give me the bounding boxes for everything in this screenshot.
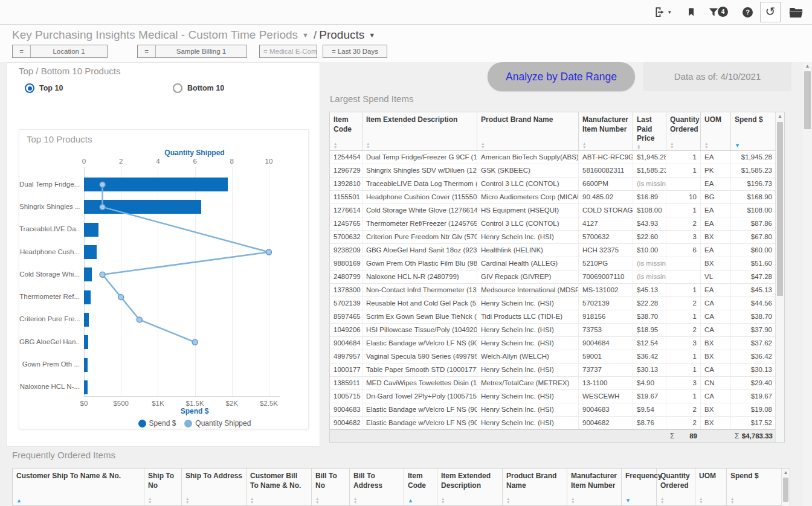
column-header-0[interactable]: Customer Ship To Name & No.▲ bbox=[13, 469, 144, 505]
sort-control-icon[interactable]: ▲▼ bbox=[704, 142, 727, 149]
column-header-9[interactable]: Manufacturer Item Number▲▼ bbox=[567, 469, 622, 505]
column-header-12[interactable]: UOM▲▼ bbox=[695, 469, 727, 505]
table-row[interactable]: 9004683Elastic Bandage w/Velcro LF NS (9… bbox=[330, 403, 784, 417]
column-header-2[interactable]: Product Brand Name▲▼ bbox=[477, 112, 579, 150]
legend-item[interactable]: Quantity Shipped bbox=[184, 419, 251, 428]
column-header-8[interactable]: Product Brand Name▲▼ bbox=[503, 469, 567, 505]
filter-chip-3[interactable]: = Medical E-Comm... bbox=[259, 45, 317, 58]
bookmark-icon[interactable] bbox=[686, 6, 696, 18]
column-header-7[interactable]: Spend $▼ bbox=[731, 112, 776, 150]
help-icon[interactable]: ? bbox=[743, 7, 753, 18]
spend-bar[interactable] bbox=[84, 313, 89, 327]
spend-bar[interactable] bbox=[84, 200, 201, 214]
table-row[interactable]: 8597465Scrim Ex Gown Sewn Blue TieNck (8… bbox=[330, 310, 784, 324]
filter-chip-2[interactable]: =Sample Billing 1 bbox=[137, 45, 247, 58]
table-row[interactable]: 1385911MED CaviWipes Towelettes Disin (1… bbox=[330, 377, 784, 390]
page-caret-icon[interactable]: ▼ bbox=[369, 31, 375, 39]
sort-control-icon[interactable]: ▲▼ bbox=[660, 497, 691, 504]
refresh-button[interactable]: ↺ bbox=[760, 2, 781, 22]
spend-bar[interactable] bbox=[84, 290, 91, 304]
sort-control-icon[interactable]: ▲▼ bbox=[441, 497, 498, 504]
table-row[interactable]: 1276614Cold Storage White Glove (1276614… bbox=[330, 204, 784, 217]
spend-bar[interactable] bbox=[84, 245, 97, 259]
analyze-by-date-range-button[interactable]: Analyze by Date Range bbox=[488, 62, 635, 91]
spend-bar[interactable] bbox=[84, 223, 98, 237]
sort-control-icon[interactable]: ▲▼ bbox=[185, 497, 242, 504]
spend-bar[interactable] bbox=[84, 335, 88, 349]
table-row[interactable]: 1005715Dri-Gard Towel 2Ply+Poly (1005715… bbox=[330, 390, 784, 403]
sort-control-icon[interactable]: ▲▼ bbox=[670, 142, 697, 149]
spend-bar[interactable] bbox=[84, 178, 228, 191]
sort-asc-icon[interactable]: ▲ bbox=[16, 498, 140, 504]
table-row[interactable]: 1378300Non-Contact Infrd Thermometer (13… bbox=[330, 284, 784, 297]
column-header-10[interactable]: Frequency▼ bbox=[622, 469, 657, 505]
table-scrollbar-thumb[interactable] bbox=[783, 478, 788, 502]
sort-control-icon[interactable]: ▲▼ bbox=[571, 497, 617, 504]
column-header-13[interactable]: Spend $▲▼ bbox=[727, 469, 782, 505]
scroll-up-icon[interactable]: ▲ bbox=[803, 63, 812, 69]
table-row[interactable]: 1254454Dual Temp Fridge/Freezer G 9CF (1… bbox=[330, 151, 784, 164]
table-row[interactable]: 5702139Reusable Hot and Cold Gel Pack (5… bbox=[330, 297, 784, 310]
sort-control-icon[interactable]: ▲▼ bbox=[353, 497, 400, 504]
column-header-6[interactable]: UOM▲▼ bbox=[701, 112, 731, 150]
table-scrollbar[interactable]: ▲ bbox=[781, 469, 790, 506]
table-row[interactable]: 9880169Gown Prem Oth Plastic Film Blu (9… bbox=[330, 257, 784, 271]
sort-asc-icon[interactable]: ▲ bbox=[408, 498, 433, 504]
sort-control-icon[interactable]: ▲▼ bbox=[730, 497, 778, 504]
filter-chip-4[interactable]: = Last 30 Days bbox=[323, 45, 387, 58]
table-row[interactable]: 1392810TraceableLIVE Data Log Thermom (1… bbox=[330, 178, 784, 191]
export-icon[interactable] bbox=[654, 5, 666, 19]
table-row[interactable]: 5700632Criterion Pure Freedom Ntr Glv (5… bbox=[330, 231, 784, 244]
column-header-7[interactable]: Item Extended Description▲▼ bbox=[437, 469, 503, 505]
table-row[interactable]: 1155501Headphone Cushion Cover (1155501)… bbox=[330, 191, 784, 204]
radio-top-10[interactable]: Top 10 bbox=[25, 83, 63, 93]
spend-bar[interactable] bbox=[84, 267, 92, 281]
column-header-1[interactable]: Ship To No▲▼ bbox=[144, 469, 182, 505]
sort-control-icon[interactable]: ▲▼ bbox=[366, 142, 473, 149]
column-header-3[interactable]: Manufacturer Item Number▲▼ bbox=[579, 112, 633, 150]
scroll-up-icon[interactable]: ▲ bbox=[782, 470, 790, 475]
report-title[interactable]: Key Purchasing Insights Medical - Custom… bbox=[12, 28, 298, 41]
scroll-up-icon[interactable]: ▲ bbox=[776, 114, 784, 119]
sort-control-icon[interactable]: ▲▼ bbox=[315, 497, 346, 504]
sort-control-icon[interactable]: ▲▼ bbox=[481, 142, 575, 149]
sort-control-icon[interactable]: ▲▼ bbox=[334, 142, 358, 149]
column-header-11[interactable]: Quantity Ordered▲▼ bbox=[657, 469, 695, 505]
sort-control-icon[interactable]: ▲▼ bbox=[637, 144, 662, 150]
report-caret-icon[interactable]: ▼ bbox=[302, 31, 309, 39]
column-header-5[interactable]: Quantity Ordered▲▼ bbox=[666, 112, 701, 150]
table-scrollbar[interactable]: ▲ bbox=[775, 112, 784, 442]
table-row[interactable]: 1049206HSI Pillowcase Tissue/Poly (10492… bbox=[330, 324, 784, 337]
folder-icon[interactable] bbox=[789, 7, 803, 18]
table-row[interactable]: 1245765Thermometer Ref/Freezer (1245765)… bbox=[330, 217, 784, 231]
sort-control-icon[interactable]: ▲▼ bbox=[250, 497, 308, 504]
legend-item[interactable]: Spend $ bbox=[138, 419, 176, 428]
export-caret-icon[interactable]: ▾ bbox=[668, 9, 671, 15]
spend-bar[interactable] bbox=[84, 358, 88, 372]
table-row[interactable]: 9238209GBG AloeGel Hand Sanit 18oz (9238… bbox=[330, 244, 784, 257]
sort-desc-icon[interactable]: ▼ bbox=[625, 498, 652, 504]
radio-circle-icon[interactable] bbox=[173, 83, 182, 93]
sort-control-icon[interactable]: ▲▼ bbox=[506, 497, 563, 504]
table-row[interactable]: 1296729Shingrix Shingles SDV w/Diluen (1… bbox=[330, 164, 784, 178]
sort-control-icon[interactable]: ▲▼ bbox=[148, 497, 178, 504]
table-row[interactable]: 1000177Table Paper Smooth STD (1000177)H… bbox=[330, 363, 784, 377]
sort-control-icon[interactable]: ▲▼ bbox=[699, 497, 723, 504]
page-select[interactable]: Products bbox=[319, 28, 364, 41]
spend-bar[interactable] bbox=[84, 380, 88, 394]
page-scrollbar[interactable]: ▲ bbox=[803, 62, 812, 506]
column-header-6[interactable]: Item Code▲ bbox=[404, 469, 437, 505]
radio-bottom-10[interactable]: Bottom 10 bbox=[173, 83, 224, 93]
filter-chip-1[interactable]: =Location 1 bbox=[12, 45, 108, 58]
table-row[interactable]: 9004684Elastic Bandage w/Velcro LF NS (9… bbox=[330, 337, 784, 350]
sort-control-icon[interactable]: ▲▼ bbox=[582, 142, 629, 149]
table-row[interactable]: 9004682Elastic Bandage w/Velcro LF NS (9… bbox=[330, 417, 784, 430]
sort-desc-icon[interactable]: ▼ bbox=[735, 143, 772, 149]
column-header-1[interactable]: Item Extended Description▲▼ bbox=[362, 112, 477, 150]
table-row[interactable]: 2480799Naloxone HCL N-R (2480799)GIV Rep… bbox=[330, 271, 784, 284]
column-header-2[interactable]: Ship To Address▲▼ bbox=[182, 469, 246, 505]
page-scrollbar-thumb[interactable] bbox=[804, 71, 811, 129]
column-header-5[interactable]: Bill To Address▲▼ bbox=[350, 469, 404, 505]
column-header-3[interactable]: Customer Bill To Name & No.▲▼ bbox=[246, 469, 312, 505]
column-header-0[interactable]: Item Code▲▼ bbox=[330, 112, 362, 150]
